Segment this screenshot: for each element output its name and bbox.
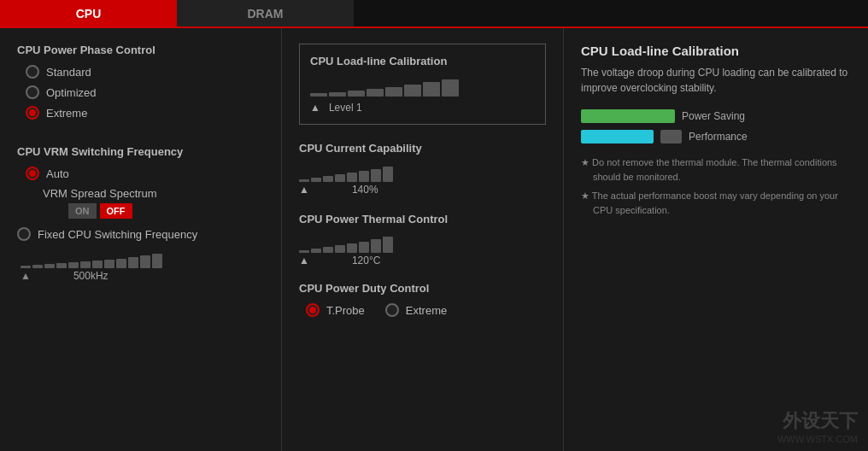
watermark-sub: WWW.WSTX.COM xyxy=(777,434,858,444)
fixed-freq-radio xyxy=(17,227,31,241)
capability-title: CPU Current Capability xyxy=(299,142,546,155)
freq-slider-value: 500kHz xyxy=(73,270,108,282)
thermal-thumb-icon: ▲ xyxy=(299,255,309,266)
note-1: ★ Do not remove the thermal module. The … xyxy=(581,155,851,184)
phase-standard[interactable]: Standard xyxy=(26,65,264,79)
thermal-bars xyxy=(299,234,546,253)
phase-optimized[interactable]: Optimized xyxy=(26,85,264,99)
vrm-auto-label: Auto xyxy=(46,167,69,180)
spread-spectrum-label: VRM Spread Spectrum xyxy=(43,187,264,200)
toggle-row: ON OFF xyxy=(68,203,264,219)
capability-bars xyxy=(299,163,546,182)
capability-section: CPU Current Capability ▲ 140% xyxy=(299,142,546,196)
phase-extreme-radio xyxy=(26,106,39,120)
phase-control-title: CPU Power Phase Control xyxy=(17,44,264,56)
duty-tprobe-label: T.Probe xyxy=(326,304,365,317)
right-panel: CPU Load-line Calibration The voltage dr… xyxy=(564,28,868,451)
calib-thumb-icon: ▲ xyxy=(310,102,320,114)
thermal-section: CPU Power Thermal Control ▲ 120°C xyxy=(299,213,546,266)
vrm-radio-group: Auto xyxy=(26,167,264,180)
note-2: ★ The actual performance boost may vary … xyxy=(581,189,851,217)
legend-performance-label: Performance xyxy=(689,131,748,143)
vrm-auto[interactable]: Auto xyxy=(26,167,264,180)
legend-power-saving-bar xyxy=(581,109,675,123)
duty-title: CPU Power Duty Control xyxy=(299,282,546,295)
duty-radio-row: T.Probe Extreme xyxy=(306,303,546,317)
legend-performance-bar-gray xyxy=(660,130,682,144)
notes: ★ Do not remove the thermal module. The … xyxy=(581,155,851,217)
calibration-title: CPU Load-line Calibration xyxy=(310,55,535,67)
calib-bars xyxy=(310,76,535,97)
watermark: 外设天下 WWW.WSTX.COM xyxy=(777,408,858,444)
legend-power-saving: Power Saving xyxy=(581,109,851,123)
duty-extreme-label: Extreme xyxy=(406,304,447,317)
fixed-freq-label: Fixed CPU Switching Frequency xyxy=(38,228,197,241)
right-desc: The voltage droop during CPU loading can… xyxy=(581,65,851,96)
duty-section: CPU Power Duty Control T.Probe Extreme xyxy=(299,282,546,317)
phase-standard-label: Standard xyxy=(46,66,91,79)
duty-tprobe-dot xyxy=(309,307,316,313)
middle-panel: CPU Load-line Calibration ▲ Level 1 CPU … xyxy=(282,28,564,451)
vrm-auto-radio xyxy=(26,167,39,180)
duty-extreme-radio xyxy=(385,303,399,317)
calibration-box: CPU Load-line Calibration ▲ Level 1 xyxy=(299,44,546,125)
calibration-value: Level 1 xyxy=(329,102,362,114)
toggle-on-button[interactable]: ON xyxy=(68,203,97,219)
phase-extreme-label: Extreme xyxy=(46,107,87,120)
vrm-auto-dot xyxy=(29,170,36,177)
legend-performance: Performance xyxy=(581,130,851,144)
freq-slider-container: ▲ 500kHz xyxy=(21,249,264,282)
tab-bar: CPU DRAM xyxy=(0,0,868,28)
watermark-main: 外设天下 xyxy=(777,408,858,434)
tab-dram[interactable]: DRAM xyxy=(177,0,354,26)
thermal-title: CPU Power Thermal Control xyxy=(299,213,546,226)
capability-thumb-icon: ▲ xyxy=(299,184,309,196)
phase-optimized-radio xyxy=(26,85,39,99)
legend-performance-bar xyxy=(581,130,654,144)
freq-stair-bars xyxy=(21,249,264,268)
duty-extreme[interactable]: Extreme xyxy=(385,303,447,317)
right-title: CPU Load-line Calibration xyxy=(581,44,851,58)
phase-radio-group: Standard Optimized Extreme xyxy=(26,65,264,120)
freq-slider-thumb-icon: ▲ xyxy=(21,270,31,282)
phase-standard-radio xyxy=(26,65,39,79)
duty-tprobe[interactable]: T.Probe xyxy=(306,303,365,317)
vrm-title: CPU VRM Switching Frequency xyxy=(17,145,264,158)
fixed-freq[interactable]: Fixed CPU Switching Frequency xyxy=(17,227,264,241)
legend-power-saving-label: Power Saving xyxy=(682,110,745,122)
phase-optimized-label: Optimized xyxy=(46,86,97,99)
tab-cpu[interactable]: CPU xyxy=(0,0,177,26)
phase-extreme[interactable]: Extreme xyxy=(26,106,264,120)
duty-tprobe-radio xyxy=(306,303,320,317)
thermal-value: 120°C xyxy=(352,255,381,266)
phase-extreme-dot xyxy=(29,109,36,116)
calib-thumb-row: ▲ Level 1 xyxy=(310,102,535,114)
capability-value: 140% xyxy=(352,184,378,196)
left-panel: CPU Power Phase Control Standard Optimiz… xyxy=(0,28,282,451)
toggle-off-button[interactable]: OFF xyxy=(100,203,132,219)
